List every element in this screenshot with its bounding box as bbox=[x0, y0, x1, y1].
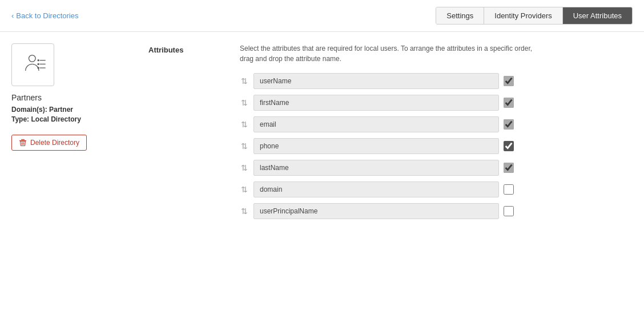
tab-group: Settings Identity Providers User Attribu… bbox=[436, 7, 633, 25]
attribute-name-field: lastName bbox=[253, 160, 499, 176]
attribute-checkbox[interactable] bbox=[504, 76, 514, 86]
attributes-section: Attributes Select the attributes that ar… bbox=[148, 43, 633, 225]
tab-identity-providers[interactable]: Identity Providers bbox=[484, 7, 562, 24]
attribute-row: ⇅lastName bbox=[240, 160, 633, 176]
attribute-row: ⇅userPrincipalName bbox=[240, 203, 633, 219]
type-label: Type: bbox=[11, 115, 29, 123]
tab-user-attributes[interactable]: User Attributes bbox=[563, 7, 632, 24]
svg-point-4 bbox=[37, 59, 39, 61]
attribute-checkbox[interactable] bbox=[504, 163, 514, 173]
attribute-name-field: email bbox=[253, 116, 499, 132]
back-label: Back to Directories bbox=[16, 11, 78, 20]
svg-point-6 bbox=[37, 67, 39, 68]
directory-icon-container bbox=[11, 43, 54, 86]
drag-handle-icon[interactable]: ⇅ bbox=[240, 98, 249, 107]
header: ‹ Back to Directories Settings Identity … bbox=[0, 0, 644, 32]
tab-settings[interactable]: Settings bbox=[436, 7, 484, 24]
directory-icon bbox=[19, 51, 47, 79]
svg-rect-8 bbox=[21, 139, 25, 140]
svg-point-0 bbox=[29, 55, 35, 62]
type-value: Local Directory bbox=[31, 115, 80, 123]
attribute-row: ⇅firstName bbox=[240, 95, 633, 111]
attribute-name-field: phone bbox=[253, 138, 499, 154]
attribute-checkbox[interactable] bbox=[504, 141, 514, 151]
attribute-row: ⇅phone bbox=[240, 138, 633, 154]
attribute-row: ⇅email bbox=[240, 116, 633, 132]
drag-handle-icon[interactable]: ⇅ bbox=[240, 142, 249, 151]
domain-value: Partner bbox=[49, 106, 73, 114]
directory-domain: Domain(s): Partner bbox=[11, 106, 126, 114]
drag-handle-icon[interactable]: ⇅ bbox=[240, 163, 249, 172]
drag-handle-icon[interactable]: ⇅ bbox=[240, 120, 249, 129]
back-chevron-icon: ‹ bbox=[11, 11, 14, 20]
drag-handle-icon[interactable]: ⇅ bbox=[240, 76, 249, 86]
delete-directory-label: Delete Directory bbox=[30, 139, 79, 147]
trash-icon bbox=[19, 139, 27, 147]
attributes-right: Select the attributes that are required … bbox=[240, 43, 633, 225]
attribute-row: ⇅domain bbox=[240, 181, 633, 197]
attribute-checkbox[interactable] bbox=[504, 119, 514, 130]
delete-directory-button[interactable]: Delete Directory bbox=[11, 135, 87, 151]
attribute-name-field: domain bbox=[253, 181, 499, 197]
attribute-row: ⇅userName bbox=[240, 73, 633, 89]
back-to-directories-link[interactable]: ‹ Back to Directories bbox=[11, 11, 78, 20]
attribute-name-field: firstName bbox=[253, 95, 499, 111]
svg-point-5 bbox=[37, 63, 39, 64]
attribute-name-field: userPrincipalName bbox=[253, 203, 499, 219]
attributes-description: Select the attributes that are required … bbox=[240, 43, 633, 64]
attribute-checkbox[interactable] bbox=[504, 98, 514, 108]
domain-label: Domain(s): bbox=[11, 106, 47, 114]
attribute-checkbox[interactable] bbox=[504, 206, 514, 216]
directory-type: Type: Local Directory bbox=[11, 115, 126, 123]
attribute-name-field: userName bbox=[253, 73, 499, 89]
sidebar: Partners Domain(s): Partner Type: Local … bbox=[11, 43, 126, 225]
attributes-list: ⇅userName⇅firstName⇅email⇅phone⇅lastName… bbox=[240, 73, 633, 219]
attributes-content: Attributes Select the attributes that ar… bbox=[126, 43, 633, 225]
main-content: Partners Domain(s): Partner Type: Local … bbox=[0, 32, 644, 236]
attributes-label: Attributes bbox=[148, 43, 217, 225]
attribute-checkbox[interactable] bbox=[504, 184, 514, 195]
drag-handle-icon[interactable]: ⇅ bbox=[240, 185, 249, 194]
directory-name: Partners bbox=[11, 93, 126, 102]
drag-handle-icon[interactable]: ⇅ bbox=[240, 207, 249, 216]
